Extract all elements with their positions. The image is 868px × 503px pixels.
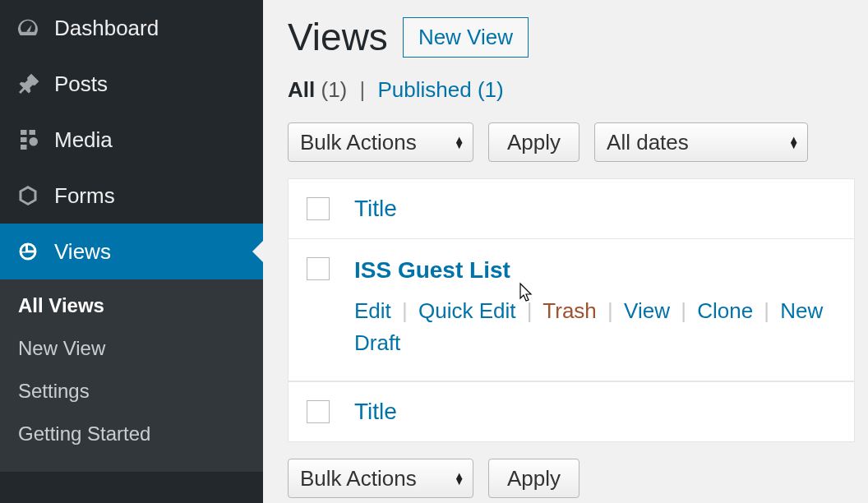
- sidebar-item-views[interactable]: Views: [0, 224, 263, 279]
- all-dates-label: All dates: [607, 130, 689, 155]
- sidebar-item-posts[interactable]: Posts: [0, 56, 263, 112]
- dashboard-icon: [15, 15, 41, 41]
- sidebar-item-media[interactable]: Media: [0, 112, 263, 168]
- edit-link[interactable]: Edit: [354, 298, 391, 323]
- sidebar-item-label: Posts: [54, 72, 108, 97]
- all-dates-select[interactable]: All dates ▲▼: [594, 122, 808, 162]
- sidebar-sub-item-new-view[interactable]: New View: [0, 327, 263, 370]
- clone-link[interactable]: Clone: [697, 298, 753, 323]
- filter-separator: |: [359, 77, 365, 102]
- table-header: Title: [289, 179, 854, 239]
- trash-link[interactable]: Trash: [542, 298, 597, 323]
- pin-icon: [15, 71, 41, 97]
- row-content: ISS Guest List Edit | Quick Edit | Trash…: [354, 257, 836, 359]
- title-column-header[interactable]: Title: [354, 196, 397, 222]
- sidebar-submenu: All Views New View Settings Getting Star…: [0, 279, 263, 472]
- select-all-checkbox-footer[interactable]: [307, 400, 330, 423]
- action-separator: |: [527, 298, 533, 323]
- bulk-actions-label: Bulk Actions: [300, 130, 417, 155]
- filter-row: All (1) | Published (1): [288, 77, 868, 103]
- bulk-actions-select[interactable]: Bulk Actions ▲▼: [288, 122, 473, 162]
- filter-published-link[interactable]: Published (1): [377, 77, 503, 102]
- title-column-footer[interactable]: Title: [354, 399, 397, 425]
- bottom-controls-row: Bulk Actions ▲▼ Apply: [288, 459, 868, 498]
- select-arrows-icon: ▲▼: [454, 136, 464, 148]
- bulk-actions-label: Bulk Actions: [300, 466, 417, 491]
- action-separator: |: [607, 298, 613, 323]
- page-header: Views New View: [288, 15, 868, 59]
- filter-all-link[interactable]: All (1): [288, 77, 353, 102]
- select-all-checkbox[interactable]: [307, 197, 330, 220]
- row-checkbox[interactable]: [307, 257, 330, 280]
- action-separator: |: [764, 298, 769, 323]
- select-arrows-icon: ▲▼: [454, 473, 464, 484]
- row-actions: Edit | Quick Edit | Trash | View | Clone…: [354, 295, 836, 359]
- action-separator: |: [402, 298, 408, 323]
- sidebar-item-label: Views: [54, 239, 111, 265]
- sidebar-item-label: Forms: [54, 183, 115, 209]
- views-icon: [15, 238, 41, 265]
- admin-sidebar: Dashboard Posts Media Forms Views All Vi…: [0, 0, 263, 503]
- sidebar-item-label: Media: [54, 127, 113, 153]
- sidebar-sub-item-getting-started[interactable]: Getting Started: [0, 413, 263, 455]
- forms-icon: [15, 182, 41, 209]
- quick-edit-link[interactable]: Quick Edit: [418, 298, 516, 323]
- bulk-actions-select-bottom[interactable]: Bulk Actions ▲▼: [288, 459, 473, 498]
- table-footer: Title: [289, 381, 854, 441]
- sidebar-item-dashboard[interactable]: Dashboard: [0, 0, 263, 56]
- sidebar-item-label: Dashboard: [54, 16, 159, 41]
- apply-button-bottom[interactable]: Apply: [488, 459, 579, 498]
- media-icon: [15, 127, 41, 153]
- row-title-link[interactable]: ISS Guest List: [354, 257, 510, 284]
- sidebar-item-forms[interactable]: Forms: [0, 168, 263, 224]
- view-link[interactable]: View: [624, 298, 670, 323]
- page-title: Views: [288, 15, 388, 59]
- table-row: ISS Guest List Edit | Quick Edit | Trash…: [289, 239, 854, 381]
- sidebar-sub-item-settings[interactable]: Settings: [0, 370, 263, 413]
- sidebar-sub-item-all-views[interactable]: All Views: [0, 284, 263, 327]
- select-arrows-icon: ▲▼: [788, 136, 799, 148]
- new-view-button[interactable]: New View: [403, 17, 529, 58]
- views-table: Title ISS Guest List Edit | Quick Edit |…: [288, 178, 855, 442]
- action-separator: |: [681, 298, 686, 323]
- main-content: Views New View All (1) | Published (1) B…: [263, 0, 868, 503]
- apply-button[interactable]: Apply: [488, 122, 579, 162]
- top-controls-row: Bulk Actions ▲▼ Apply All dates ▲▼: [288, 122, 868, 162]
